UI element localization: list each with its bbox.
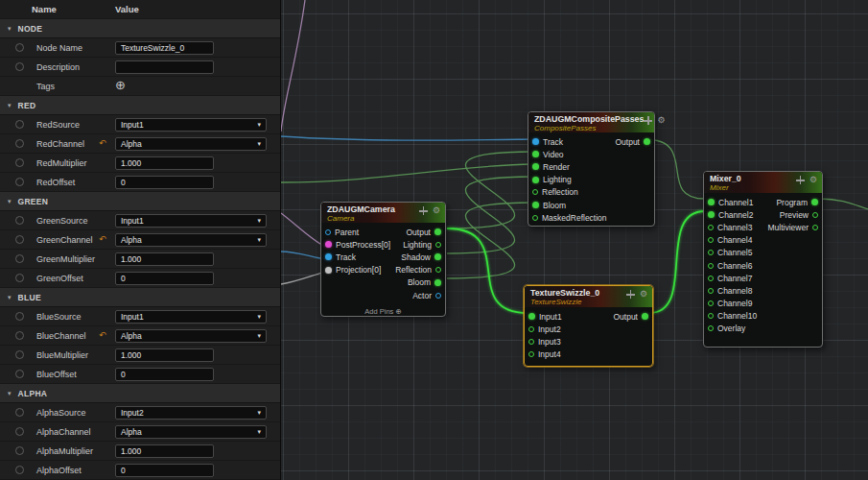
channel3-input-pin-icon[interactable] [708,225,714,230]
field-state-circle[interactable] [15,370,24,378]
overlay-input-pin-icon[interactable] [708,325,714,331]
field-state-circle[interactable] [15,446,24,455]
text-input-greenmultiplier[interactable]: 1.000 [115,252,214,266]
field-state-circle[interactable] [15,235,24,244]
text-input-redmultiplier[interactable]: 1.000 [115,156,214,170]
text-input-alphaoffset[interactable]: 0 [115,464,214,477]
revert-icon[interactable]: ↶ [99,235,106,244]
field-state-circle[interactable] [15,120,24,129]
postprocess[0]-input-pin-icon[interactable] [325,241,332,248]
input2-input-pin-icon[interactable] [528,326,534,332]
node-editor-canvas[interactable]: ZDAUGMCameraCamera⚙ParentPostProcess[0]T… [281,0,868,480]
dropdown-alphachannel[interactable]: Alpha▾ [115,425,267,439]
text-input-redoffset[interactable]: 0 [115,176,214,189]
preview-output-pin-icon[interactable] [812,212,818,218]
track-input-pin-icon[interactable] [532,138,539,145]
revert-icon[interactable]: ↶ [99,331,106,340]
shadow-output-pin-icon[interactable] [434,253,441,260]
text-input-bluemultiplier[interactable]: 1.000 [115,348,214,362]
video-input-pin-icon[interactable] [532,151,539,157]
dropdown-greenchannel[interactable]: Alpha▾ [115,233,267,247]
field-state-circle[interactable] [15,466,24,474]
output-output-pin-icon[interactable] [434,228,441,235]
text-input-node name[interactable]: TextureSwizzle_0 [115,41,214,55]
dropdown-bluesource[interactable]: Input1▾ [115,310,267,324]
field-state-circle[interactable] [15,43,24,52]
dropdown-alphasource[interactable]: Input2▾ [115,406,267,420]
field-state-circle[interactable] [15,62,24,71]
node-swizzle[interactable]: TextureSwizzle_0TextureSwizzle⚙Input1Inp… [524,285,653,367]
section-header-green[interactable]: ▾GREEN [0,192,280,211]
add-pins-button[interactable]: Add Pins ⊕ [321,305,445,320]
input1-input-pin-icon[interactable] [528,313,535,320]
maskedreflection-input-pin-icon[interactable] [532,215,538,221]
channel6-input-pin-icon[interactable] [708,263,714,269]
input3-input-pin-icon[interactable] [528,339,534,345]
channel9-input-pin-icon[interactable] [708,300,714,306]
move-icon[interactable] [626,290,635,299]
projection[0]-input-pin-icon[interactable] [325,267,332,274]
field-state-circle[interactable] [15,178,24,186]
text-input-greenoffset[interactable]: 0 [115,272,214,285]
multiviewer-output-pin-icon[interactable] [812,225,818,230]
field-state-circle[interactable] [15,350,24,359]
field-state-circle[interactable] [15,158,24,167]
field-state-circle[interactable] [15,331,24,340]
output-output-pin-icon[interactable] [642,313,648,320]
node-title-bar[interactable]: ZDAUGMCameraCamera⚙ [321,203,445,223]
reflection-output-pin-icon[interactable] [435,267,441,273]
channel10-input-pin-icon[interactable] [708,313,714,319]
node-title-bar[interactable]: TextureSwizzle_0TextureSwizzle⚙ [525,286,652,307]
move-icon[interactable] [419,206,428,215]
reflection-input-pin-icon[interactable] [532,189,538,195]
field-state-circle[interactable] [15,254,24,263]
gear-icon[interactable]: ⚙ [433,206,440,215]
revert-icon[interactable]: ↶ [99,139,106,148]
channel4-input-pin-icon[interactable] [708,237,714,243]
node-camera[interactable]: ZDAUGMCameraCamera⚙ParentPostProcess[0]T… [320,202,446,317]
parent-input-pin-icon[interactable] [325,229,331,235]
channel8-input-pin-icon[interactable] [708,288,714,294]
render-input-pin-icon[interactable] [532,163,539,170]
field-state-circle[interactable] [15,216,24,225]
node-mixer[interactable]: Mixer_0Mixer⚙Channel1Channel2Channel3Cha… [703,171,823,348]
field-state-circle[interactable] [15,274,24,282]
gear-icon[interactable]: ⚙ [640,290,647,299]
program-output-pin-icon[interactable] [811,199,818,205]
move-icon[interactable] [796,176,805,184]
channel5-input-pin-icon[interactable] [708,250,714,255]
node-title-bar[interactable]: ZDAUGMCompositePassesCompositePasses⚙ [528,112,654,132]
node-composite[interactable]: ZDAUGMCompositePassesCompositePasses⚙Tra… [528,111,655,227]
section-header-node[interactable]: ▾NODE [0,19,280,38]
lighting-input-pin-icon[interactable] [532,177,539,183]
output-output-pin-icon[interactable] [644,138,650,145]
dropdown-redsource[interactable]: Input1▾ [115,118,267,132]
gear-icon[interactable]: ⚙ [809,176,817,184]
text-input-alphamultiplier[interactable]: 1.000 [115,444,214,458]
section-header-blue[interactable]: ▾BLUE [0,288,280,307]
bloom-output-pin-icon[interactable] [434,279,441,286]
field-state-circle[interactable] [15,427,24,436]
move-icon[interactable] [644,116,652,125]
actor-output-pin-icon[interactable] [435,293,441,299]
section-header-alpha[interactable]: ▾ALPHA [0,384,280,403]
section-header-red[interactable]: ▾RED [0,96,280,115]
track-input-pin-icon[interactable] [325,253,332,260]
channel1-input-pin-icon[interactable] [708,199,715,205]
field-state-circle[interactable] [15,139,24,148]
node-title-bar[interactable]: Mixer_0Mixer⚙ [704,172,822,193]
field-state-circle[interactable] [15,408,24,417]
text-input-description[interactable] [115,60,214,74]
gear-icon[interactable]: ⚙ [657,116,665,125]
text-input-blueoffset[interactable]: 0 [115,368,214,381]
dropdown-redchannel[interactable]: Alpha▾ [115,137,267,151]
channel7-input-pin-icon[interactable] [708,276,714,281]
dropdown-greensource[interactable]: Input1▾ [115,214,267,228]
lighting-output-pin-icon[interactable] [435,242,441,248]
dropdown-bluechannel[interactable]: Alpha▾ [115,329,267,343]
channel2-input-pin-icon[interactable] [708,211,715,218]
bloom-input-pin-icon[interactable] [532,202,539,208]
input4-input-pin-icon[interactable] [528,351,534,357]
field-state-circle[interactable] [15,312,24,321]
plus-circle-icon[interactable]: ⊕ [114,80,127,92]
